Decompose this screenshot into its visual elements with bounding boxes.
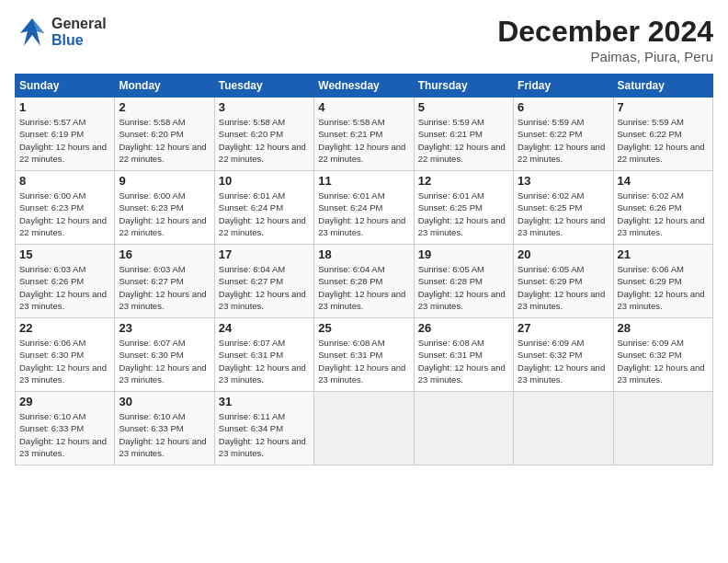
day-number: 19 xyxy=(418,247,509,261)
weekday-header-saturday: Saturday xyxy=(613,75,712,98)
day-info: Sunrise: 6:08 AMSunset: 6:31 PMDaylight:… xyxy=(318,337,409,385)
calendar-cell: 31Sunrise: 6:11 AMSunset: 6:34 PMDayligh… xyxy=(214,392,313,465)
day-info: Sunrise: 6:01 AMSunset: 6:24 PMDaylight:… xyxy=(318,190,409,238)
day-info: Sunrise: 5:59 AMSunset: 6:21 PMDaylight:… xyxy=(418,116,509,165)
weekday-header-thursday: Thursday xyxy=(414,75,513,98)
day-info: Sunrise: 6:02 AMSunset: 6:26 PMDaylight:… xyxy=(618,190,709,238)
calendar-week-row: 1Sunrise: 5:57 AMSunset: 6:19 PMDaylight… xyxy=(16,98,713,171)
logo-bird-icon xyxy=(15,15,50,50)
calendar-cell: 27Sunrise: 6:09 AMSunset: 6:32 PMDayligh… xyxy=(514,318,613,392)
calendar-cell xyxy=(613,392,712,465)
calendar-cell xyxy=(514,392,613,465)
day-number: 23 xyxy=(119,321,210,335)
calendar-week-row: 29Sunrise: 6:10 AMSunset: 6:33 PMDayligh… xyxy=(16,392,713,465)
logo-text: General Blue xyxy=(51,16,107,49)
weekday-header-tuesday: Tuesday xyxy=(214,75,313,98)
weekday-header-monday: Monday xyxy=(115,75,214,98)
calendar-cell: 11Sunrise: 6:01 AMSunset: 6:24 PMDayligh… xyxy=(314,171,414,245)
day-number: 21 xyxy=(618,247,709,261)
day-number: 7 xyxy=(618,100,709,114)
day-number: 29 xyxy=(19,395,110,408)
day-number: 6 xyxy=(518,100,609,114)
day-number: 12 xyxy=(418,174,509,188)
calendar-cell: 29Sunrise: 6:10 AMSunset: 6:33 PMDayligh… xyxy=(16,392,115,465)
day-number: 13 xyxy=(518,174,609,188)
day-number: 30 xyxy=(119,395,210,408)
calendar-cell: 17Sunrise: 6:04 AMSunset: 6:27 PMDayligh… xyxy=(214,245,313,318)
weekday-header-friday: Friday xyxy=(514,75,613,98)
calendar-cell: 26Sunrise: 6:08 AMSunset: 6:31 PMDayligh… xyxy=(414,318,513,392)
location: Paimas, Piura, Peru xyxy=(497,49,713,64)
calendar-cell: 24Sunrise: 6:07 AMSunset: 6:31 PMDayligh… xyxy=(214,318,313,392)
logo-general-text: General xyxy=(51,16,107,32)
day-info: Sunrise: 6:03 AMSunset: 6:26 PMDaylight:… xyxy=(19,263,110,312)
day-info: Sunrise: 6:00 AMSunset: 6:23 PMDaylight:… xyxy=(19,190,110,238)
day-info: Sunrise: 6:06 AMSunset: 6:30 PMDaylight:… xyxy=(19,337,110,385)
day-info: Sunrise: 6:05 AMSunset: 6:28 PMDaylight:… xyxy=(418,263,509,312)
calendar-cell: 16Sunrise: 6:03 AMSunset: 6:27 PMDayligh… xyxy=(115,245,214,318)
day-number: 16 xyxy=(119,247,210,261)
day-info: Sunrise: 6:00 AMSunset: 6:23 PMDaylight:… xyxy=(119,190,210,238)
day-number: 10 xyxy=(219,174,310,188)
day-info: Sunrise: 6:07 AMSunset: 6:31 PMDaylight:… xyxy=(219,337,310,385)
day-info: Sunrise: 6:08 AMSunset: 6:31 PMDaylight:… xyxy=(418,337,509,385)
day-info: Sunrise: 6:09 AMSunset: 6:32 PMDaylight:… xyxy=(518,337,609,385)
day-info: Sunrise: 6:04 AMSunset: 6:27 PMDaylight:… xyxy=(219,263,310,312)
calendar-cell: 7Sunrise: 5:59 AMSunset: 6:22 PMDaylight… xyxy=(613,98,712,171)
calendar-cell: 10Sunrise: 6:01 AMSunset: 6:24 PMDayligh… xyxy=(214,171,313,245)
day-number: 2 xyxy=(119,100,210,114)
day-number: 14 xyxy=(618,174,709,188)
day-info: Sunrise: 6:02 AMSunset: 6:25 PMDaylight:… xyxy=(518,190,609,238)
day-info: Sunrise: 6:01 AMSunset: 6:25 PMDaylight:… xyxy=(418,190,509,238)
calendar-cell: 5Sunrise: 5:59 AMSunset: 6:21 PMDaylight… xyxy=(414,98,513,171)
calendar-cell: 2Sunrise: 5:58 AMSunset: 6:20 PMDaylight… xyxy=(115,98,214,171)
day-number: 17 xyxy=(219,247,310,261)
day-info: Sunrise: 5:59 AMSunset: 6:22 PMDaylight:… xyxy=(618,116,709,165)
day-info: Sunrise: 6:10 AMSunset: 6:33 PMDaylight:… xyxy=(119,410,210,459)
calendar-cell: 25Sunrise: 6:08 AMSunset: 6:31 PMDayligh… xyxy=(314,318,414,392)
day-number: 11 xyxy=(318,174,409,188)
calendar-cell: 30Sunrise: 6:10 AMSunset: 6:33 PMDayligh… xyxy=(115,392,214,465)
calendar-cell: 23Sunrise: 6:07 AMSunset: 6:30 PMDayligh… xyxy=(115,318,214,392)
day-number: 27 xyxy=(518,321,609,335)
day-number: 25 xyxy=(318,321,409,335)
calendar-table: SundayMondayTuesdayWednesdayThursdayFrid… xyxy=(15,74,713,465)
calendar-week-row: 22Sunrise: 6:06 AMSunset: 6:30 PMDayligh… xyxy=(16,318,713,392)
day-info: Sunrise: 6:05 AMSunset: 6:29 PMDaylight:… xyxy=(518,263,609,312)
day-info: Sunrise: 6:04 AMSunset: 6:28 PMDaylight:… xyxy=(318,263,409,312)
calendar-cell: 19Sunrise: 6:05 AMSunset: 6:28 PMDayligh… xyxy=(414,245,513,318)
day-info: Sunrise: 6:01 AMSunset: 6:24 PMDaylight:… xyxy=(219,190,310,238)
day-number: 18 xyxy=(318,247,409,261)
day-info: Sunrise: 5:58 AMSunset: 6:20 PMDaylight:… xyxy=(219,116,310,165)
day-number: 20 xyxy=(518,247,609,261)
day-info: Sunrise: 5:58 AMSunset: 6:21 PMDaylight:… xyxy=(318,116,409,165)
day-number: 28 xyxy=(618,321,709,335)
day-info: Sunrise: 5:57 AMSunset: 6:19 PMDaylight:… xyxy=(19,116,110,165)
calendar-cell: 8Sunrise: 6:00 AMSunset: 6:23 PMDaylight… xyxy=(16,171,115,245)
title-area: December 2024 Paimas, Piura, Peru xyxy=(497,15,713,64)
day-info: Sunrise: 6:07 AMSunset: 6:30 PMDaylight:… xyxy=(119,337,210,385)
calendar-cell xyxy=(314,392,414,465)
calendar-week-row: 8Sunrise: 6:00 AMSunset: 6:23 PMDaylight… xyxy=(16,171,713,245)
calendar-cell: 18Sunrise: 6:04 AMSunset: 6:28 PMDayligh… xyxy=(314,245,414,318)
calendar-cell: 3Sunrise: 5:58 AMSunset: 6:20 PMDaylight… xyxy=(214,98,313,171)
day-info: Sunrise: 6:10 AMSunset: 6:33 PMDaylight:… xyxy=(19,410,110,459)
day-number: 8 xyxy=(19,174,110,188)
day-number: 4 xyxy=(318,100,409,114)
day-number: 9 xyxy=(119,174,210,188)
day-info: Sunrise: 6:06 AMSunset: 6:29 PMDaylight:… xyxy=(618,263,709,312)
calendar-week-row: 15Sunrise: 6:03 AMSunset: 6:26 PMDayligh… xyxy=(16,245,713,318)
weekday-header-wednesday: Wednesday xyxy=(314,75,414,98)
logo: General Blue xyxy=(15,15,107,50)
calendar-cell: 28Sunrise: 6:09 AMSunset: 6:32 PMDayligh… xyxy=(613,318,712,392)
calendar-cell: 12Sunrise: 6:01 AMSunset: 6:25 PMDayligh… xyxy=(414,171,513,245)
day-number: 24 xyxy=(219,321,310,335)
calendar-cell: 4Sunrise: 5:58 AMSunset: 6:21 PMDaylight… xyxy=(314,98,414,171)
day-number: 15 xyxy=(19,247,110,261)
day-number: 1 xyxy=(19,100,110,114)
day-info: Sunrise: 6:09 AMSunset: 6:32 PMDaylight:… xyxy=(618,337,709,385)
calendar-cell xyxy=(414,392,513,465)
calendar-cell: 21Sunrise: 6:06 AMSunset: 6:29 PMDayligh… xyxy=(613,245,712,318)
day-number: 3 xyxy=(219,100,310,114)
weekday-header-sunday: Sunday xyxy=(16,75,115,98)
